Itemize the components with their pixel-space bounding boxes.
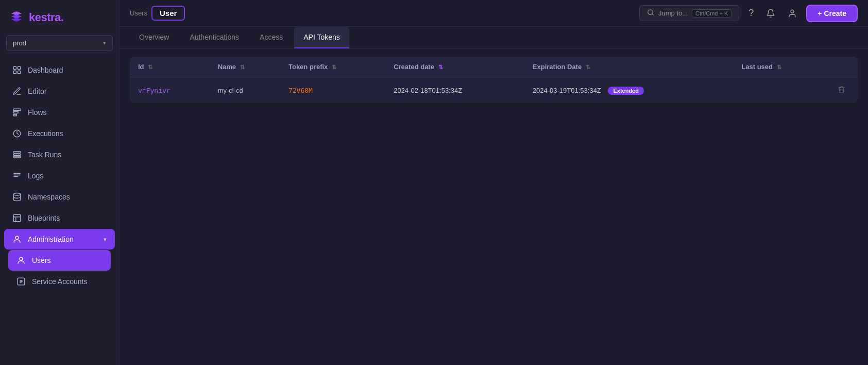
col-header-actions: [825, 57, 858, 77]
cell-token-prefix: 72V60M: [280, 77, 385, 104]
svg-line-17: [652, 14, 654, 15]
blueprints-icon: [12, 213, 22, 223]
sidebar-item-namespaces[interactable]: Namespaces: [4, 187, 115, 207]
tabs-bar: Overview Authentications Access API Toke…: [120, 27, 868, 48]
delete-token-button[interactable]: [833, 84, 849, 97]
logo: kestra.: [0, 0, 119, 35]
sidebar-item-service-accounts[interactable]: Service Accounts: [8, 271, 111, 292]
sidebar-nav: Dashboard Editor Flows Executions: [0, 57, 119, 365]
page-title: User: [151, 6, 185, 21]
dashboard-icon: [12, 65, 22, 75]
svg-rect-12: [13, 214, 21, 222]
tab-authentications[interactable]: Authentications: [180, 27, 248, 48]
editor-icon: [12, 87, 22, 96]
sidebar-item-users[interactable]: Users: [8, 250, 111, 271]
notifications-button[interactable]: [763, 7, 778, 20]
env-value: prod: [13, 39, 26, 47]
col-header-token-prefix[interactable]: Token prefix ⇅: [280, 57, 385, 77]
cell-last-used: [733, 77, 825, 104]
svg-rect-3: [13, 67, 16, 69]
env-selector[interactable]: prod ▾: [6, 35, 113, 51]
sidebar-item-label: Users: [32, 256, 103, 264]
tab-api-tokens[interactable]: API Tokens: [294, 27, 349, 48]
topbar-right: Jump to... Ctrl/Cmd + K ? + Create: [639, 5, 858, 22]
svg-rect-5: [13, 71, 16, 74]
sidebar-item-blueprints[interactable]: Blueprints: [4, 208, 115, 228]
table-row: vfFynivr my-ci-cd 72V60M 2024-02-18T01:5…: [130, 77, 858, 104]
breadcrumb[interactable]: Users: [130, 9, 147, 17]
cell-expiration-date: 2024-03-19T01:53:34Z Extended: [524, 77, 734, 104]
main-content: Users User Jump to... Ctrl/Cmd + K ? + C…: [120, 0, 868, 365]
jump-to-label: Jump to...: [658, 9, 688, 17]
users-icon: [16, 256, 26, 265]
search-icon: [647, 9, 654, 18]
svg-rect-10: [13, 156, 21, 158]
svg-rect-6: [18, 71, 21, 74]
svg-point-11: [13, 193, 21, 196]
brand-name: kestra.: [29, 11, 63, 24]
table-area: Id ⇅ Name ⇅ Token prefix ⇅ Created date …: [120, 48, 868, 365]
api-tokens-table: Id ⇅ Name ⇅ Token prefix ⇅ Created date …: [130, 57, 858, 103]
logs-icon: [12, 171, 22, 180]
svg-point-18: [791, 10, 794, 13]
cell-id: vfFynivr: [130, 77, 210, 104]
col-header-expiration-date[interactable]: Expiration Date ⇅: [524, 57, 734, 77]
jump-to-button[interactable]: Jump to... Ctrl/Cmd + K: [639, 5, 739, 21]
extended-badge: Extended: [608, 87, 644, 95]
sidebar-item-flows[interactable]: Flows: [4, 102, 115, 123]
col-header-created-date[interactable]: Created date ⇅: [385, 57, 524, 77]
sidebar: kestra. prod ▾ Dashboard Editor Flows: [0, 0, 120, 365]
env-arrow-icon: ▾: [103, 40, 106, 46]
sidebar-item-editor[interactable]: Editor: [4, 81, 115, 102]
flows-icon: [12, 108, 22, 117]
user-profile-button[interactable]: [785, 7, 800, 20]
sidebar-item-dashboard[interactable]: Dashboard: [4, 60, 115, 80]
cell-name: my-ci-cd: [210, 77, 280, 104]
col-header-last-used[interactable]: Last used ⇅: [733, 57, 825, 77]
chevron-down-icon: ▾: [104, 236, 107, 243]
sidebar-item-label: Blueprints: [28, 214, 107, 222]
task-runs-icon: [12, 150, 22, 159]
sidebar-item-label: Task Runs: [28, 151, 107, 159]
sidebar-item-administration[interactable]: Administration ▾: [4, 229, 115, 250]
sidebar-item-label: Service Accounts: [32, 277, 103, 286]
administration-icon: [12, 235, 22, 244]
svg-point-13: [15, 236, 19, 239]
svg-rect-9: [13, 154, 21, 156]
tab-overview[interactable]: Overview: [130, 27, 178, 48]
cell-actions: [825, 77, 858, 104]
svg-rect-4: [18, 67, 21, 69]
keyboard-shortcut: Ctrl/Cmd + K: [692, 9, 731, 18]
col-header-name[interactable]: Name ⇅: [210, 57, 280, 77]
kestra-logo-icon: [8, 9, 25, 26]
namespaces-icon: [12, 192, 22, 202]
sidebar-item-label: Namespaces: [28, 193, 107, 201]
topbar: Users User Jump to... Ctrl/Cmd + K ? + C…: [120, 0, 868, 27]
topbar-left: Users User: [130, 6, 185, 21]
sidebar-item-label: Editor: [28, 87, 107, 95]
svg-point-14: [20, 257, 23, 260]
sidebar-item-executions[interactable]: Executions: [4, 123, 115, 144]
executions-icon: [12, 129, 22, 138]
sidebar-item-logs[interactable]: Logs: [4, 165, 115, 186]
cell-created-date: 2024-02-18T01:53:34Z: [385, 77, 524, 104]
svg-rect-8: [13, 152, 21, 153]
svg-marker-2: [11, 18, 22, 22]
sidebar-item-label: Logs: [28, 172, 107, 180]
sidebar-item-label: Dashboard: [28, 66, 107, 74]
col-header-id[interactable]: Id ⇅: [130, 57, 210, 77]
sidebar-item-label: Flows: [28, 108, 107, 117]
service-accounts-icon: [16, 277, 26, 286]
sidebar-item-task-runs[interactable]: Task Runs: [4, 144, 115, 165]
help-button[interactable]: ?: [745, 6, 757, 21]
sidebar-item-label: Administration: [28, 235, 97, 243]
sidebar-item-label: Executions: [28, 129, 107, 138]
create-button[interactable]: + Create: [806, 5, 858, 22]
tab-access[interactable]: Access: [250, 27, 292, 48]
